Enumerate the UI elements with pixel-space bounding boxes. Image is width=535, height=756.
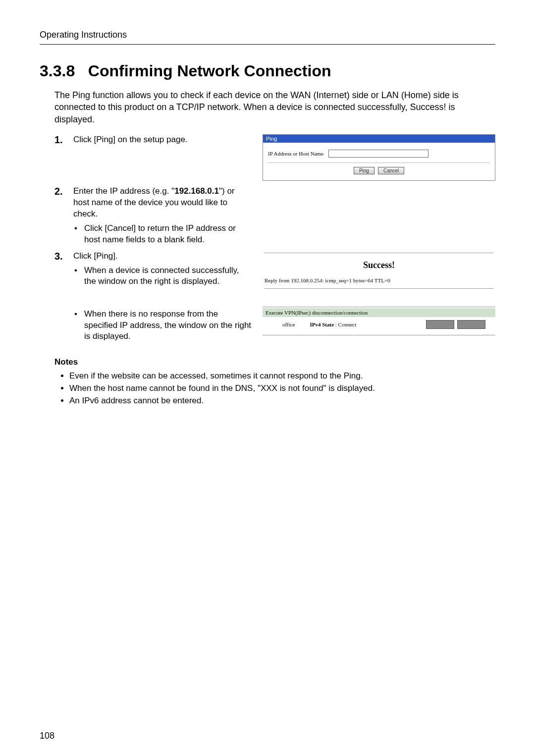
- step-2-number: 2.: [54, 186, 73, 246]
- notes-item: When the host name cannot be found in th…: [69, 382, 495, 395]
- ping-ip-input[interactable]: [328, 150, 428, 158]
- ping-field-label: IP Address or Host Name: [268, 151, 323, 157]
- cancel-button[interactable]: Cancel: [378, 167, 404, 174]
- vpn-state-value: : Connect: [335, 322, 356, 327]
- vpn-action-button-2[interactable]: [457, 320, 485, 329]
- step-3-number: 3.: [54, 251, 73, 288]
- step-1-number: 1.: [54, 134, 73, 146]
- step-3-sub-a: When a device is connected successfully,…: [73, 265, 253, 288]
- success-reply: Reply from 192.168.0.254: icmp_seq=1 byt…: [265, 277, 493, 286]
- notes-list: Even if the website can be accessed, som…: [54, 370, 495, 407]
- section-number: 3.3.8: [40, 62, 75, 80]
- vpn-panel: Execute VPN(IPsec) disconnection/connect…: [263, 307, 495, 335]
- step-2-sub: Click [Cancel] to return the IP address …: [73, 223, 253, 246]
- ping-panel: Ping IP Address or Host Name Ping Cancel: [263, 134, 495, 181]
- step-3-text: Click [Ping]. When a device is connected…: [73, 251, 253, 288]
- ping-panel-title: Ping: [263, 135, 495, 143]
- notes-heading: Notes: [54, 357, 495, 367]
- vpn-state-label: IPv4 State: [310, 322, 334, 327]
- page-number: 108: [40, 731, 54, 741]
- section-title-text: Confirming Network Connection: [88, 62, 331, 80]
- step-3-sub-b: When there is no response from the speci…: [73, 309, 253, 343]
- vpn-connection-name: office: [282, 322, 295, 327]
- running-head: Operating Instructions: [40, 30, 495, 45]
- intro-paragraph: The Ping function allows you to check if…: [54, 89, 495, 125]
- success-panel: Success! Reply from 192.168.0.254: icmp_…: [263, 253, 495, 289]
- step-2-ip-bold: 192.168.0.1: [174, 186, 219, 196]
- ping-button[interactable]: Ping: [354, 167, 374, 174]
- vpn-action-button-1[interactable]: [426, 320, 454, 329]
- step-1-text: Click [Ping] on the setup page.: [73, 134, 188, 146]
- section-heading: 3.3.8 Confirming Network Connection: [40, 62, 495, 80]
- step-2-text: Enter the IP address (e.g. "192.168.0.1"…: [73, 186, 253, 246]
- step-3b-spacer: [54, 306, 73, 343]
- notes-item: Even if the website can be accessed, som…: [69, 370, 495, 382]
- step-2-text-pre: Enter the IP address (e.g. ": [73, 186, 174, 196]
- vpn-panel-header: Execute VPN(IPsec) disconnection/connect…: [263, 308, 495, 317]
- step-3-main: Click [Ping].: [73, 251, 118, 261]
- notes-item: An IPv6 address cannot be entered.: [69, 395, 495, 407]
- success-title: Success!: [265, 255, 493, 277]
